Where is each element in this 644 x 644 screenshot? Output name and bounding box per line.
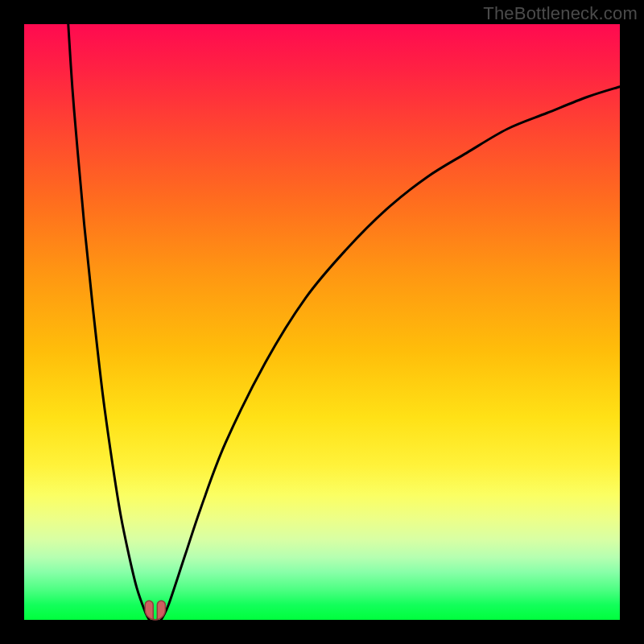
curve-layer xyxy=(24,24,620,620)
plot-area xyxy=(24,24,620,620)
watermark-text: TheBottleneck.com xyxy=(483,3,638,24)
right-branch-curve xyxy=(161,87,620,620)
left-branch-curve xyxy=(68,24,150,620)
minimum-u-marker xyxy=(145,601,165,620)
